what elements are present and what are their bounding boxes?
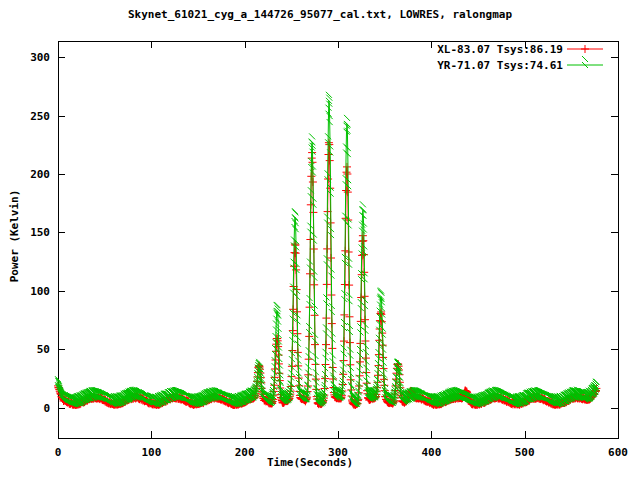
series-line-yr bbox=[58, 101, 596, 404]
gnuplot-figure: 0100200300400500600050100150200250300 Sk… bbox=[0, 0, 640, 480]
y-tick-label: 300 bbox=[30, 51, 50, 64]
x-tick-label: 500 bbox=[515, 446, 535, 459]
x-tick-label: 200 bbox=[235, 446, 255, 459]
plot-border bbox=[59, 42, 619, 439]
x-tick-label: 400 bbox=[421, 446, 441, 459]
axis-ticks bbox=[58, 41, 619, 438]
x-tick-label: 100 bbox=[141, 446, 161, 459]
legend-label-xl: XL-83.07 Tsys:86.19 bbox=[437, 43, 563, 56]
legend-sample-yr bbox=[567, 56, 603, 68]
y-tick-label: 150 bbox=[30, 226, 50, 239]
legend-label-yr: YR-71.07 Tsys:74.61 bbox=[437, 59, 563, 72]
y-axis-label: Power (Kelvin) bbox=[8, 190, 21, 283]
y-tick-label: 100 bbox=[30, 285, 50, 298]
plot-canvas: 0100200300400500600050100150200250300 bbox=[0, 0, 640, 480]
legend-sample-xl bbox=[567, 45, 603, 53]
y-tick-label: 200 bbox=[30, 168, 50, 181]
y-tick-label: 50 bbox=[37, 343, 50, 356]
x-tick-label: 0 bbox=[55, 446, 62, 459]
chart-title: Skynet_61021_cyg_a_144726_95077_cal.txt,… bbox=[0, 8, 640, 21]
y-tick-label: 0 bbox=[43, 402, 50, 415]
x-tick-label: 600 bbox=[608, 446, 628, 459]
y-tick-label: 250 bbox=[30, 110, 50, 123]
x-axis-label: Time(Seconds) bbox=[267, 456, 353, 469]
